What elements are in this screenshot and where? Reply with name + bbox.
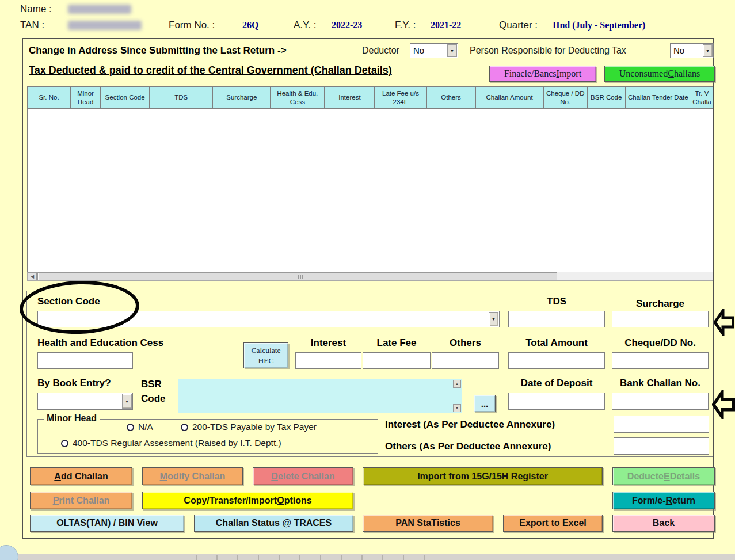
scroll-down-arrow-icon[interactable]: ▼ <box>453 404 461 412</box>
col-minor-head: Minor Head <box>71 87 101 109</box>
label-pre: PAN Sta <box>395 518 431 528</box>
table-hscrollbar[interactable]: ◀ <box>27 272 713 281</box>
interest-label: Interest <box>295 337 361 349</box>
radio-icon[interactable] <box>181 424 188 431</box>
late-fee-input[interactable] <box>363 352 431 369</box>
challan-table-header-row: Sr. No. Minor Head Section Code TDS Surc… <box>28 87 713 109</box>
label-hotkey: O <box>277 496 284 506</box>
pan-statistics-button[interactable]: PAN StaTistics <box>363 515 493 532</box>
chevron-down-icon[interactable]: ▼ <box>447 44 457 57</box>
challan-table: Sr. No. Minor Head Section Code TDS Surc… <box>27 86 713 109</box>
taskbar-strip <box>0 554 735 560</box>
quarter-label: Quarter : <box>499 20 538 31</box>
label-post: hallans <box>674 68 700 79</box>
label-hotkey: P <box>53 496 59 506</box>
challan-status-traces-button[interactable]: Challan Status @ TRACES <box>194 515 353 532</box>
minor-head-radio-400[interactable]: 400-TDS Regular Assessment (Raised by I.… <box>61 438 281 448</box>
others-input[interactable] <box>432 352 499 369</box>
label-post: C <box>268 356 273 365</box>
by-book-entry-select[interactable]: ▼ <box>37 393 133 410</box>
surcharge-input[interactable] <box>612 311 709 327</box>
chevron-down-icon[interactable]: ▼ <box>703 44 713 57</box>
hec-label: Health and Education Cess <box>37 337 163 349</box>
col-sr-no: Sr. No. <box>28 87 71 109</box>
modify-challan-button[interactable]: Modify Challan <box>142 467 243 485</box>
label-pre: Import from 15G/15H Register <box>417 471 548 482</box>
add-challan-button[interactable]: Add Challan <box>30 467 132 485</box>
challan-entry-panel: Section Code ▼ TDS Surcharge Health and … <box>26 291 713 457</box>
chevron-down-icon[interactable]: ▼ <box>122 394 132 409</box>
calculate-hec-button[interactable]: Calculate HEC <box>243 342 288 368</box>
total-amount-label: Total Amount <box>508 337 605 349</box>
label-hotkey: D <box>271 471 278 482</box>
annotation-left-arrow-icon <box>714 309 734 336</box>
total-amount-input[interactable] <box>508 352 605 369</box>
label-post: elete Challan <box>278 471 335 482</box>
radio-icon[interactable] <box>127 424 134 431</box>
bsr-code-listbox[interactable]: ▲ ▼ <box>178 379 462 413</box>
interest-annexure-input[interactable] <box>614 416 709 433</box>
minor-head-radio-200[interactable]: 200-TDS Payable by Tax Payer <box>181 422 317 432</box>
radio-label: 400-TDS Regular Assessment (Raised by I.… <box>73 438 281 448</box>
oltas-bin-view-button[interactable]: OLTAS(TAN) / BIN View <box>30 515 184 532</box>
challan-details-title: Tax Deducted & paid to credit of the Cen… <box>29 64 489 77</box>
unconsumed-challans-button[interactable]: Unconsumed Challans <box>604 66 715 82</box>
label-pre: ... <box>481 399 489 409</box>
interest-input[interactable] <box>295 352 361 369</box>
scroll-left-arrow-icon[interactable]: ◀ <box>28 272 37 280</box>
label-post: ptions <box>284 496 312 506</box>
others-annexure-input[interactable] <box>614 437 709 455</box>
tds-input[interactable] <box>508 311 605 327</box>
deductor-select[interactable]: No ▼ <box>410 43 458 58</box>
label-pre: H <box>258 356 264 365</box>
label-hotkey: M <box>160 471 167 482</box>
label-post: mport <box>559 68 581 79</box>
col-bsr-code: BSR Code <box>587 87 625 109</box>
date-of-deposit-input[interactable] <box>508 393 605 410</box>
label-pre: Copy/Transfer/Import <box>184 496 277 506</box>
print-challan-button[interactable]: Print Challan <box>30 492 132 509</box>
person-responsible-label: Person Responsible for Deducting Tax <box>470 45 626 56</box>
col-health-edu-cess: Health & Edu. Cess <box>271 87 325 109</box>
radio-icon[interactable] <box>61 440 68 447</box>
finacle-bancs-import-button[interactable]: Finacle/Bancs Import <box>489 66 596 82</box>
taskbar-items <box>196 555 437 560</box>
date-of-deposit-label: Date of Deposit <box>508 378 605 389</box>
deductee-details-button[interactable]: DeducteE Details <box>612 467 715 485</box>
col-cheque-dd-no: Cheque / DD No. <box>543 87 587 109</box>
scroll-up-arrow-icon[interactable]: ▲ <box>453 380 461 388</box>
label-pre: Deducte <box>627 471 664 482</box>
person-responsible-select-value: No <box>673 45 684 55</box>
person-responsible-select[interactable]: No ▼ <box>670 43 714 58</box>
chevron-down-icon[interactable]: ▼ <box>489 312 498 326</box>
scroll-grip-icon <box>298 275 303 279</box>
bsr-code-label: BSR Code <box>141 378 178 406</box>
bsr-browse-button[interactable]: ... <box>474 395 496 412</box>
back-button[interactable]: Back <box>612 515 715 532</box>
by-book-entry-label: By Book Entry? <box>37 378 111 389</box>
label-hotkey: C <box>668 68 674 79</box>
import-15g-15h-button[interactable]: Import from 15G/15H Register <box>363 467 603 485</box>
hscrollbar-thumb[interactable] <box>37 272 557 280</box>
cheque-dd-no-label: Cheque/DD No. <box>610 337 711 349</box>
label-post: ack <box>659 518 675 528</box>
minor-head-radio-na[interactable]: N/A <box>127 422 153 432</box>
col-challan-amount: Challan Amount <box>475 87 543 109</box>
cheque-dd-no-input[interactable] <box>612 352 709 369</box>
copy-transfer-import-button[interactable]: Copy/Transfer/Import Options <box>142 492 353 509</box>
label-pre: Unconsumed <box>619 68 668 79</box>
tan-value-redacted <box>68 21 142 30</box>
ay-label: A.Y. : <box>294 20 316 31</box>
bank-challan-no-input[interactable] <box>612 393 709 410</box>
hec-input[interactable] <box>37 352 133 369</box>
main-panel: Change in Address Since Submitting the L… <box>22 38 714 539</box>
tan-label: TAN : <box>20 20 44 31</box>
label-pre: E <box>519 518 525 528</box>
export-to-excel-button[interactable]: Export to Excel <box>503 515 603 532</box>
form-ereturn-button[interactable]: Form/e-Return <box>612 492 715 509</box>
label-line1: Calculate <box>252 345 281 356</box>
delete-challan-button[interactable]: Delete Challan <box>253 467 353 485</box>
section-code-select[interactable]: ▼ <box>37 311 500 327</box>
col-late-fee: Late Fee u/s 234E <box>375 87 426 109</box>
label-hotkey: A <box>54 471 61 482</box>
